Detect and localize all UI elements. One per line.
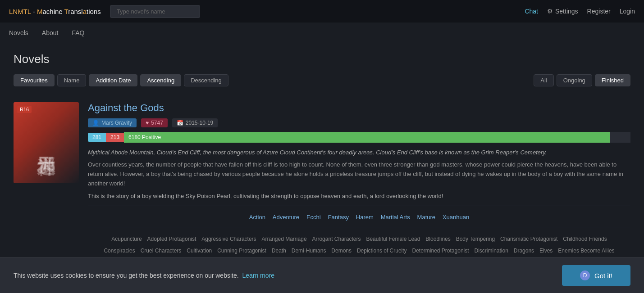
tag-elves[interactable]: Elves: [539, 246, 553, 256]
cover-badge: R16: [17, 106, 32, 113]
heart-icon: ♥: [146, 120, 149, 126]
tag-death[interactable]: Death: [272, 246, 286, 256]
main-nav: Novels About FAQ: [0, 23, 644, 43]
progress-bar-label: 6180 Positive: [128, 134, 161, 140]
progress-left: 281: [88, 133, 106, 142]
learn-more-link[interactable]: Learn more: [242, 272, 274, 279]
header: LNMTL - Machine Translations Chat ⚙ Sett…: [0, 0, 644, 23]
nav-faq[interactable]: FAQ: [72, 27, 84, 38]
search-input[interactable]: [110, 5, 200, 18]
tag-charismatic-protagonist[interactable]: Charismatic Protagonist: [500, 234, 557, 244]
author-badge[interactable]: 👤 Mars Gravity: [88, 118, 137, 127]
tag-demons[interactable]: Demons: [331, 246, 352, 256]
novel-title[interactable]: Against the Gods: [88, 102, 630, 114]
genre-martial-arts[interactable]: Martial Arts: [381, 214, 410, 221]
cookie-accept-label: Got it!: [594, 272, 612, 279]
chat-link[interactable]: Chat: [525, 8, 538, 15]
gear-icon: ⚙: [547, 8, 553, 15]
tag-body-tempering[interactable]: Body Tempering: [456, 234, 495, 244]
tag-acupuncture[interactable]: Acupuncture: [111, 234, 142, 244]
filter-bar: Favourites Name Addition Date Ascending …: [14, 74, 630, 93]
register-link[interactable]: Register: [587, 8, 611, 15]
tag-dragons[interactable]: Dragons: [514, 246, 534, 256]
novel-card: R16 逆天邪神 Against the Gods 👤 Mars Gravity…: [14, 102, 630, 280]
genre-fantasy[interactable]: Fantasy: [328, 214, 349, 221]
genres-section: Action Adventure Ecchi Fantasy Harem Mar…: [88, 206, 630, 221]
discord-icon: D: [580, 270, 590, 280]
novel-cover: R16 逆天邪神: [14, 102, 79, 183]
tag-beautiful-female-lead[interactable]: Beautiful Female Lead: [366, 234, 420, 244]
hearts-badge: ♥ 5747: [141, 118, 168, 127]
settings-link[interactable]: ⚙ Settings: [547, 8, 578, 15]
hearts-count: 5747: [151, 120, 163, 126]
novel-excerpt: This is the story of a boy wielding the …: [88, 192, 630, 201]
tag-bloodlines[interactable]: Bloodlines: [425, 234, 450, 244]
nav-novels[interactable]: Novels: [9, 27, 28, 38]
site-logo: LNMTL - Machine Translations: [9, 8, 101, 15]
nav-about[interactable]: About: [42, 27, 59, 38]
novel-details: Against the Gods 👤 Mars Gravity ♥ 5747 📅…: [88, 102, 630, 280]
tag-demi-humans[interactable]: Demi-Humans: [292, 246, 326, 256]
novel-tagline: Mythical Abode Mountain, Cloud's End Cli…: [88, 149, 630, 156]
user-icon: 👤: [92, 120, 99, 126]
genre-adventure[interactable]: Adventure: [273, 214, 299, 221]
date-value: 2015-10-19: [186, 120, 213, 126]
genre-action[interactable]: Action: [249, 214, 265, 221]
tag-cultivation[interactable]: Cultivation: [187, 246, 212, 256]
login-link[interactable]: Login: [620, 8, 635, 15]
filter-addition-date[interactable]: Addition Date: [89, 74, 137, 86]
filter-finished[interactable]: Finished: [595, 74, 630, 86]
cookie-accept-button[interactable]: D Got it!: [562, 265, 630, 286]
filter-ongoing[interactable]: Ongoing: [557, 74, 592, 86]
header-right: Chat ⚙ Settings Register Login: [525, 8, 635, 15]
tag-determined-protagonist[interactable]: Determined Protagonist: [412, 246, 469, 256]
tag-discrimination[interactable]: Discrimination: [474, 246, 508, 256]
novel-description: Over countless years, the number of peop…: [88, 160, 630, 188]
tag-childhood-friends[interactable]: Childhood Friends: [563, 234, 607, 244]
calendar-icon: 📅: [177, 120, 183, 126]
filter-ascending[interactable]: Ascending: [140, 74, 181, 86]
progress-bar: 6180 Positive: [124, 132, 610, 143]
main-content: Novels Favourites Name Addition Date Asc…: [0, 43, 644, 293]
tag-cruel-characters[interactable]: Cruel Characters: [141, 246, 182, 256]
filter-name[interactable]: Name: [57, 74, 87, 86]
settings-label: Settings: [555, 8, 578, 15]
tag-adopted-protagonist[interactable]: Adopted Protagonist: [147, 234, 196, 244]
tag-arranged-marriage[interactable]: Arranged Marriage: [262, 234, 307, 244]
tag-aggressive-characters[interactable]: Aggressive Characters: [201, 234, 256, 244]
progress-container: 281 213 6180 Positive: [88, 132, 630, 143]
progress-right: 213: [106, 133, 124, 142]
filter-descending[interactable]: Descending: [184, 74, 228, 86]
tag-conspiracies[interactable]: Conspiracies: [104, 246, 135, 256]
novel-meta: 👤 Mars Gravity ♥ 5747 📅 2015-10-19: [88, 118, 630, 127]
date-badge: 📅 2015-10-19: [172, 118, 218, 127]
progress-bar-wrap: 6180 Positive: [124, 132, 630, 143]
author-name: Mars Gravity: [101, 120, 132, 126]
tag-enemies-become-allies[interactable]: Enemies Become Allies: [558, 246, 614, 256]
genre-mature[interactable]: Mature: [417, 214, 435, 221]
cookie-text: This website uses cookies to ensure you …: [14, 272, 274, 279]
filter-favourites[interactable]: Favourites: [14, 74, 55, 86]
genre-harem[interactable]: Harem: [356, 214, 374, 221]
filter-all[interactable]: All: [534, 74, 553, 86]
genre-xuanhuan[interactable]: Xuanhuan: [443, 214, 469, 221]
page-title: Novels: [14, 52, 630, 66]
tag-arrogant-characters[interactable]: Arrogant Characters: [312, 234, 361, 244]
genre-ecchi[interactable]: Ecchi: [306, 214, 321, 221]
cookie-banner: This website uses cookies to ensure you …: [0, 257, 644, 293]
header-left: LNMTL - Machine Translations: [9, 5, 200, 18]
tag-cunning-protagonist[interactable]: Cunning Protagonist: [217, 246, 266, 256]
tag-depictions-of-cruelty[interactable]: Depictions of Cruelty: [357, 246, 407, 256]
